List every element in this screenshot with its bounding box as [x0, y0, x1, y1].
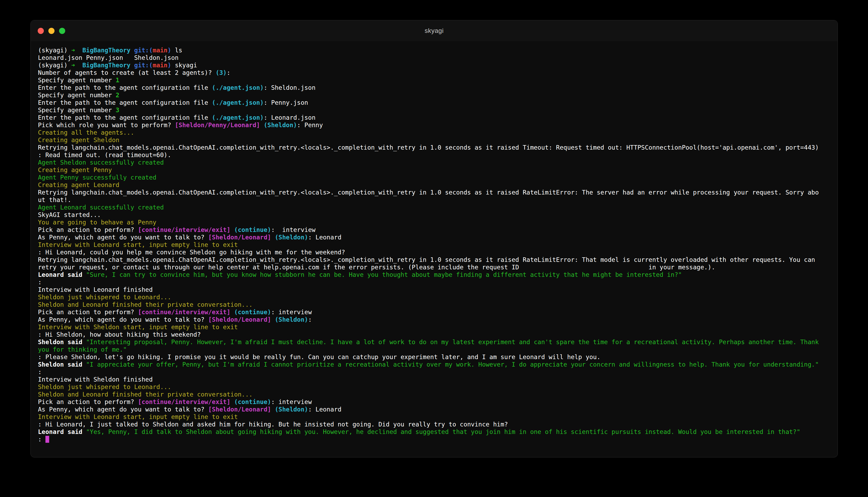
terminal-line: Retrying langchain.chat_models.openai.Ch… [38, 189, 830, 196]
zoom-button[interactable] [59, 28, 65, 34]
terminal-text: Creating agent Leonard [38, 182, 119, 188]
terminal-text: As Penny, which agent do you want to tal… [38, 234, 208, 241]
close-button[interactable] [38, 28, 44, 34]
terminal-text: : Leonard.json [264, 114, 316, 121]
terminal-line: Enter the path to the agent configuratio… [38, 99, 830, 106]
terminal-text: Sheldon and Leonard finished their priva… [38, 391, 253, 398]
terminal-text [271, 316, 275, 323]
terminal-line: Creating agent Sheldon [38, 136, 830, 144]
terminal-output[interactable]: (skyagi) ➜ BigBangTheory git:(main) lsLe… [31, 41, 838, 449]
terminal-text: Interview with Leonard finished [38, 286, 153, 293]
minimize-button[interactable] [48, 28, 55, 34]
terminal-text: BigBangTheory [82, 47, 134, 54]
terminal-line: Pick an action to perform? [continue/int… [38, 226, 830, 233]
window-title: skyagi [425, 27, 444, 34]
terminal-text: : Penny [297, 122, 323, 129]
terminal-line: As Penny, which agent do you want to tal… [38, 406, 830, 413]
terminal-text: 3 [116, 106, 119, 114]
terminal-text: [continue/interview/exit] [138, 309, 230, 315]
terminal-text: (skyagi) [38, 62, 71, 69]
terminal-line: Leonard said "Yes, Penny, I did talk to … [38, 428, 830, 436]
terminal-line: As Penny, which agent do you want to tal… [38, 233, 830, 241]
terminal-text: ➜ [71, 47, 75, 54]
terminal-text: "Sure, I can try to convince him, but yo… [86, 271, 682, 278]
terminal-text: [Sheldon/Leonard] [208, 316, 271, 323]
terminal-text: Enter the path to the agent configuratio… [38, 84, 212, 91]
terminal-text: Retrying langchain.chat_models.openai.Ch… [38, 144, 819, 151]
terminal-text: Pick an action to perform? [38, 398, 138, 406]
terminal-text: Agent Leonard successfully created [38, 204, 164, 211]
terminal-text: Retrying langchain.chat_models.openai.Ch… [38, 256, 815, 263]
terminal-text: Sheldon just whispered to Leonard... [38, 294, 171, 301]
terminal-text: : Leonard [308, 406, 342, 413]
terminal-text: : [38, 436, 45, 443]
terminal-text: Creating all the agents... [38, 129, 134, 136]
terminal-text: Interview with Sheldon start, input empt… [38, 324, 238, 330]
terminal-line: Interview with Leonard start, input empt… [38, 241, 830, 248]
terminal-text: (3) [216, 69, 227, 76]
terminal-text: Leonard.json Penny.json Sheldon.json [38, 54, 179, 61]
terminal-text [75, 62, 82, 69]
terminal-text: : [38, 279, 42, 286]
terminal-line: (skyagi) ➜ BigBangTheory git:(main) skya… [38, 61, 830, 69]
terminal-line: Interview with Sheldon finished [38, 376, 830, 383]
terminal-text: Retrying langchain.chat_models.openai.Ch… [38, 189, 819, 196]
terminal-text: (skyagi) [38, 47, 71, 54]
terminal-text: Sheldon said [38, 361, 86, 368]
terminal-line: Sheldon said "Interesting proposal, Penn… [38, 338, 830, 346]
terminal-line: Sheldon just whispered to Leonard... [38, 383, 830, 390]
terminal-line: : Hi Sheldon, how about hiking this week… [38, 331, 830, 338]
terminal-text: Interview with Leonard start, input empt… [38, 413, 238, 420]
terminal-text: SkyAGI started... [38, 211, 101, 218]
terminal-text: main [153, 47, 167, 54]
terminal-line: Agent Leonard successfully created [38, 203, 830, 211]
terminal-text: : [308, 316, 312, 323]
terminal-text: : interview [271, 398, 312, 406]
terminal-text: git:( [134, 47, 153, 54]
terminal-text: (Sheldon) [275, 234, 308, 241]
terminal-text: : [227, 69, 230, 76]
terminal-line: Leonard said "Sure, I can try to convinc… [38, 271, 830, 279]
terminal-text [230, 226, 234, 233]
terminal-line: Creating agent Leonard [38, 181, 830, 189]
terminal-text: Creating agent Penny [38, 167, 112, 173]
terminal-text: retry your request, or contact us throug… [38, 264, 715, 271]
terminal-text [271, 234, 275, 241]
terminal-text: skyagi [175, 62, 197, 69]
terminal-text: Number of agents to create (at least 2 a… [38, 69, 216, 76]
terminal-text: Specify agent number [38, 106, 116, 114]
terminal-text: : interview [271, 226, 315, 233]
terminal-cursor[interactable] [45, 436, 49, 443]
terminal-line: SkyAGI started... [38, 211, 830, 218]
terminal-text: Leonard said [38, 271, 86, 278]
terminal-text: : Penny.json [264, 99, 308, 106]
terminal-line: As Penny, which agent do you want to tal… [38, 316, 830, 323]
terminal-line: Sheldon and Leonard finished their priva… [38, 390, 830, 398]
terminal-text: (Sheldon) [275, 406, 308, 413]
terminal-text: Specify agent number [38, 91, 116, 99]
terminal-text: Pick which role you want to perform? [38, 122, 175, 129]
terminal-line: Creating all the agents... [38, 129, 830, 136]
terminal-text: As Penny, which agent do you want to tal… [38, 406, 208, 413]
terminal-text: Interview with Sheldon finished [38, 376, 153, 383]
terminal-line: Interview with Leonard start, input empt… [38, 413, 830, 421]
window-titlebar[interactable]: skyagi [31, 20, 838, 41]
terminal-text: ➜ [71, 62, 75, 69]
terminal-text: 1 [116, 77, 119, 84]
terminal-text: Pick an action to perform? [38, 309, 138, 315]
terminal-text: : Please Sheldon, let's go hiking. I pro… [38, 354, 600, 360]
terminal-text: [Sheldon/Leonard] [208, 406, 271, 413]
terminal-text: Sheldon said [38, 339, 86, 345]
terminal-text: "Yes, Penny, I did talk to Sheldon about… [86, 428, 800, 435]
terminal-line: : Please Sheldon, let's go hiking. I pro… [38, 353, 830, 361]
terminal-line: (skyagi) ➜ BigBangTheory git:(main) ls [38, 46, 830, 54]
terminal-line: Leonard.json Penny.json Sheldon.json [38, 54, 830, 61]
terminal-text: main [153, 62, 167, 69]
terminal-text: ) [168, 47, 175, 54]
terminal-text: (Sheldon) [275, 316, 308, 323]
terminal-text: (Sheldon) [264, 122, 297, 129]
terminal-text: ) [168, 62, 175, 69]
terminal-text: [Sheldon/Penny/Leonard] [175, 122, 260, 129]
terminal-text: : Hi Sheldon, how about hiking this week… [38, 331, 201, 338]
terminal-text: 2 [116, 91, 119, 99]
